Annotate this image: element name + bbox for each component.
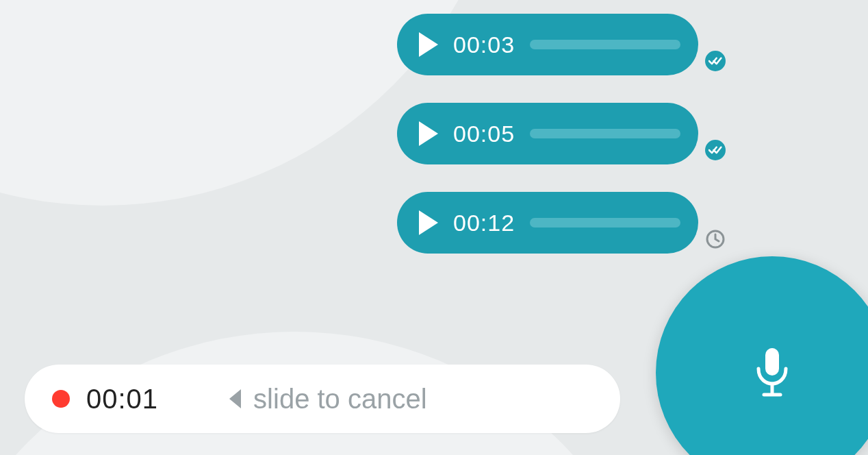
microphone-record-button[interactable] — [656, 256, 868, 455]
double-check-icon — [709, 145, 722, 155]
chat-area: 00:03 00:05 00:12 — [0, 0, 868, 455]
recording-timer: 00:01 — [86, 384, 158, 415]
voice-message-row: 00:05 — [397, 103, 726, 164]
voice-recording-composer[interactable]: 00:01 slide to cancel — [25, 365, 620, 433]
play-icon[interactable] — [419, 210, 438, 235]
voice-message-bubble[interactable]: 00:03 — [397, 14, 698, 75]
voice-progress-track[interactable] — [530, 40, 680, 49]
microphone-icon — [753, 345, 791, 400]
play-icon[interactable] — [419, 32, 438, 57]
chevron-left-icon — [229, 389, 241, 408]
voice-message-bubble[interactable]: 00:12 — [397, 192, 698, 254]
slide-to-cancel-label: slide to cancel — [253, 384, 426, 415]
voice-progress-track[interactable] — [530, 218, 680, 228]
voice-message-bubble[interactable]: 00:05 — [397, 103, 698, 164]
svg-rect-1 — [765, 348, 779, 376]
voice-message-duration: 00:12 — [453, 210, 515, 236]
voice-message-row: 00:12 — [397, 192, 726, 254]
record-dot-icon — [52, 390, 70, 408]
voice-message-row: 00:03 — [397, 14, 726, 75]
read-receipt-badge — [705, 51, 726, 71]
pending-status-badge — [705, 229, 726, 249]
double-check-icon — [709, 56, 722, 66]
voice-message-duration: 00:05 — [453, 121, 515, 147]
read-receipt-badge — [705, 140, 726, 160]
voice-progress-track[interactable] — [530, 129, 680, 138]
play-icon[interactable] — [419, 121, 438, 146]
voice-message-duration: 00:03 — [453, 32, 515, 58]
slide-to-cancel[interactable]: slide to cancel — [229, 384, 426, 415]
clock-icon — [705, 229, 726, 249]
